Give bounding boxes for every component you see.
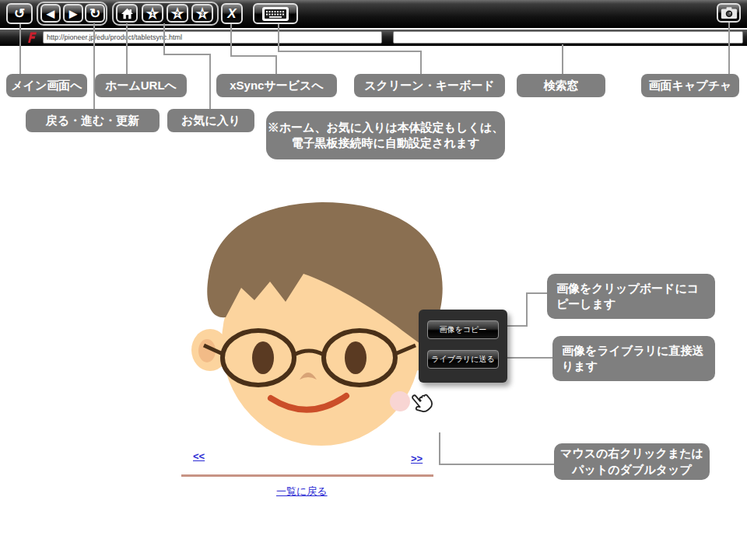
camera-icon [721, 6, 738, 19]
gesture-line-1: マウスの右クリックまたは [560, 446, 703, 461]
label-favorites: お気に入り [167, 109, 254, 132]
refresh-button[interactable]: ↻ [85, 4, 105, 23]
send-to-library-button[interactable]: ライブラリに送る [427, 350, 499, 369]
star-2-icon: ★2 [170, 6, 184, 21]
connector-line [126, 23, 128, 75]
connector-line [19, 23, 21, 75]
label-screen-capture: 画面キャプチャ [641, 74, 739, 97]
connector-line [439, 464, 554, 465]
connector-line [209, 54, 211, 110]
back-button[interactable]: ◀ [40, 4, 61, 23]
connector-line [93, 23, 95, 110]
connector-line [230, 23, 232, 57]
label-note: ※ホーム、お気に入りは本体設定もしくは、 電子黒板接続時に自動設定されます [266, 111, 505, 159]
connector-line [163, 54, 211, 55]
connector-line [278, 51, 422, 52]
prev-link[interactable]: << [193, 450, 205, 462]
connector-line [230, 55, 277, 57]
gesture-line-2: パットのダブルタップ [572, 462, 692, 478]
connector-line [420, 51, 422, 75]
label-main-screen: メイン画面へ [6, 74, 87, 97]
forward-icon: ▶ [69, 9, 77, 19]
screen-keyboard-button[interactable] [253, 3, 298, 24]
label-search-window: 検索窓 [517, 74, 605, 97]
favorite-1-button[interactable]: ★1 [142, 4, 163, 23]
connector-line [163, 23, 165, 55]
label-home-url: ホームURLへ [95, 74, 187, 97]
connector-line [507, 357, 552, 359]
connector-line [526, 292, 528, 327]
label-screen-keyboard: スクリーン・キーボード [354, 74, 505, 97]
keyboard-icon [261, 6, 289, 22]
label-copy-description: 画像をクリップボードにコピーします [547, 274, 715, 319]
search-input[interactable] [393, 31, 743, 44]
pioneer-logo-icon [26, 31, 37, 44]
label-library-description: 画像をライブラリに直接送ります [552, 336, 715, 381]
note-line-2: 電子黒板接続時に自動設定されます [292, 135, 480, 151]
note-line-1: ※ホーム、お気に入りは本体設定もしくは、 [268, 120, 504, 135]
star-1-icon: ★1 [146, 6, 159, 21]
address-bar-row [0, 30, 747, 46]
page: ↺ ◀ ▶ ↻ ★1 ★2 ★3 X [0, 0, 747, 560]
browser-toolbar: ↺ ◀ ▶ ↻ ★1 ★2 ★3 X [0, 0, 747, 28]
screen-capture-button[interactable] [717, 3, 741, 23]
refresh-icon: ↻ [89, 7, 100, 20]
back-to-list-link[interactable]: 一覧に戻る [276, 485, 328, 499]
connector-line [728, 22, 730, 75]
connector-line [275, 55, 277, 75]
connector-line [526, 292, 547, 294]
connector-line [562, 44, 563, 75]
main-screen-button[interactable]: ↺ [6, 3, 33, 24]
image-context-menu: 画像をコピー ライブラリに送る [419, 310, 507, 383]
return-arrow-icon: ↺ [14, 7, 25, 20]
favorite-3-button[interactable]: ★3 [191, 4, 213, 23]
label-gesture-description: マウスの右クリックまたは パットのダブルタップ [554, 443, 710, 480]
xsync-button[interactable]: X [221, 3, 243, 24]
next-link[interactable]: >> [411, 453, 423, 464]
pointing-hand [395, 392, 458, 448]
favorite-2-button[interactable]: ★2 [167, 4, 188, 23]
home-button[interactable] [116, 4, 138, 23]
forward-button[interactable]: ▶ [63, 4, 83, 23]
divider-line [181, 474, 433, 477]
home-icon [121, 8, 134, 19]
label-xsync-service: xSyncサービスへ [216, 74, 337, 97]
xsync-icon: X [227, 7, 236, 20]
star-3-icon: ★3 [195, 6, 209, 21]
copy-image-button[interactable]: 画像をコピー [427, 320, 499, 339]
connector-line [278, 23, 279, 52]
label-back-forward-refresh: 戻る・進む・更新 [26, 109, 160, 132]
back-icon: ◀ [47, 9, 54, 19]
hand-cursor-icon [395, 392, 458, 448]
